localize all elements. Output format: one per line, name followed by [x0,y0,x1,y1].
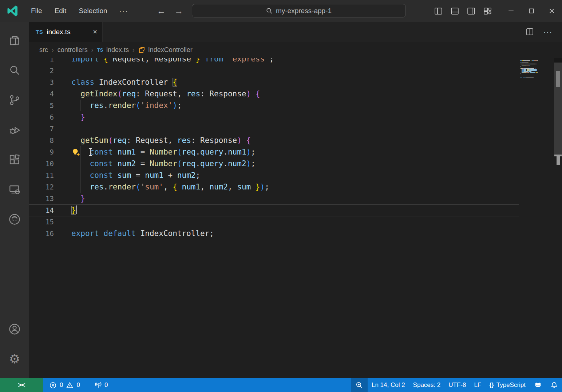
breadcrumb: src › controllers › TS index.ts › IndexC… [29,42,562,58]
breadcrumb-src[interactable]: src [39,46,48,54]
split-editor-icon[interactable] [526,28,534,36]
error-count: 0 [60,381,63,389]
code-line[interactable]: 9 const num1 = Number(req.query.num1); [29,146,562,158]
line-number: 16 [29,228,54,239]
code-line[interactable]: 11 const sum = num1 + num2; [29,169,562,181]
settings-gear-icon[interactable]: ⚙ [4,348,25,369]
navigate-back-button[interactable]: ← [157,6,166,16]
line-number: 3 [29,76,54,88]
activity-bar: ⚙ [0,22,29,378]
notifications-bell[interactable] [546,378,562,392]
problems-indicator[interactable]: 0 0 [43,378,84,392]
code-line[interactable]: 5 res.render('index'); [29,100,562,111]
code-line[interactable]: 1import { Request, Response } from 'expr… [29,58,562,65]
search-icon [266,8,273,14]
mouse-ibeam-cursor [88,148,93,156]
eol-setting[interactable]: LF [470,378,485,392]
indentation-setting[interactable]: Spaces: 2 [409,378,445,392]
menu-edit[interactable]: Edit [48,0,73,22]
toggle-panel-icon[interactable] [450,7,459,16]
code-line[interactable]: 8 getSum(req: Request, res: Response) { [29,135,562,146]
minimize-button[interactable] [501,0,521,22]
maximize-button[interactable] [521,0,542,22]
broadcast-icon [95,381,102,389]
line-number: 10 [29,158,54,169]
line-number: 4 [29,88,54,100]
breadcrumb-symbol[interactable]: IndexController [138,46,193,54]
line-number: 5 [29,100,54,111]
encoding-setting[interactable]: UTF-8 [444,378,470,392]
copilot-icon [534,381,542,389]
scrollbar-corner [554,58,562,63]
class-symbol-icon [138,47,145,53]
bell-icon [550,381,558,389]
line-number: 2 [29,65,54,76]
code-line[interactable]: 10 const num2 = Number(req.query.num2); [29,158,562,169]
ports-count: 0 [104,381,108,389]
tab-label: index.ts [47,28,89,36]
warning-count: 0 [76,381,80,389]
warning-icon [66,382,73,389]
line-number: 8 [29,135,54,146]
ports-indicator[interactable]: 0 [91,378,112,392]
code-line[interactable]: 4 getIndex(req: Request, res: Response) … [29,88,562,100]
cursor-position[interactable]: Ln 14, Col 2 [368,378,409,392]
extensions-icon[interactable] [4,149,25,170]
command-center[interactable]: my-express-app-1 [192,4,406,17]
navigate-forward-button[interactable]: → [174,6,183,16]
code-line[interactable]: 6 } [29,111,562,123]
search-icon[interactable] [4,60,25,81]
zoom-status-item[interactable] [351,378,368,392]
scrollbar-thumb[interactable] [556,71,560,87]
chevron-right-icon: › [132,47,135,54]
code-line[interactable]: 16export default IndexController; [29,228,562,239]
chevron-right-icon: › [91,47,94,54]
remote-indicator[interactable]: >< [0,378,43,392]
menu-overflow-button[interactable]: ··· [114,7,134,15]
line-number: 11 [29,169,54,181]
remote-explorer-icon[interactable] [4,179,25,200]
toggle-primary-sidebar-icon[interactable] [434,7,443,16]
breadcrumb-controllers[interactable]: controllers [58,46,88,54]
minimap[interactable] [520,60,553,78]
line-number: 6 [29,111,54,123]
editor-more-actions-icon[interactable]: ··· [543,28,553,36]
vscode-window: File Edit Selection ··· ← → my-express-a… [0,0,562,392]
accounts-icon[interactable] [4,319,25,340]
line-number: 1 [29,58,54,65]
code-editor[interactable]: 1import { Request, Response } from 'expr… [29,58,562,378]
explorer-icon[interactable] [4,30,25,51]
customize-layout-icon[interactable] [483,7,492,16]
source-control-icon[interactable] [4,89,25,111]
line-number: 15 [29,216,54,228]
line-number: 9 [29,146,54,158]
code-line[interactable]: 15 [29,216,562,228]
zoom-in-icon [356,381,363,389]
breadcrumb-file[interactable]: TS index.ts [97,46,129,54]
code-line[interactable]: 12 res.render('sum', { num1, num2, sum }… [29,181,562,193]
toggle-secondary-sidebar-icon[interactable] [467,7,476,16]
code-line[interactable]: 3class IndexController { [29,76,562,88]
code-line[interactable]: 14} [29,204,562,216]
run-and-debug-icon[interactable] [4,119,25,140]
tab-close-icon[interactable]: × [93,28,97,36]
code-line[interactable]: 13 } [29,193,562,204]
code-line[interactable]: 7 [29,123,562,135]
github-icon[interactable] [4,209,25,230]
braces-icon: {} [489,382,494,388]
menu-file[interactable]: File [25,0,48,22]
tab-index-ts[interactable]: TS index.ts × [29,22,103,42]
line-number: 13 [29,193,54,204]
lightbulb-icon[interactable] [71,148,81,157]
tab-bar: TS index.ts × ··· [29,22,562,42]
close-window-button[interactable] [542,0,562,22]
menu-selection[interactable]: Selection [72,0,113,22]
command-center-title: my-express-app-1 [276,7,332,15]
chevron-right-icon: › [52,47,54,54]
copilot-status[interactable] [530,378,546,392]
text-cursor [76,205,77,214]
typescript-file-icon: TS [97,47,103,53]
error-icon [50,382,56,389]
language-mode[interactable]: {} TypeScript [485,378,530,392]
code-line[interactable]: 2 [29,65,562,76]
